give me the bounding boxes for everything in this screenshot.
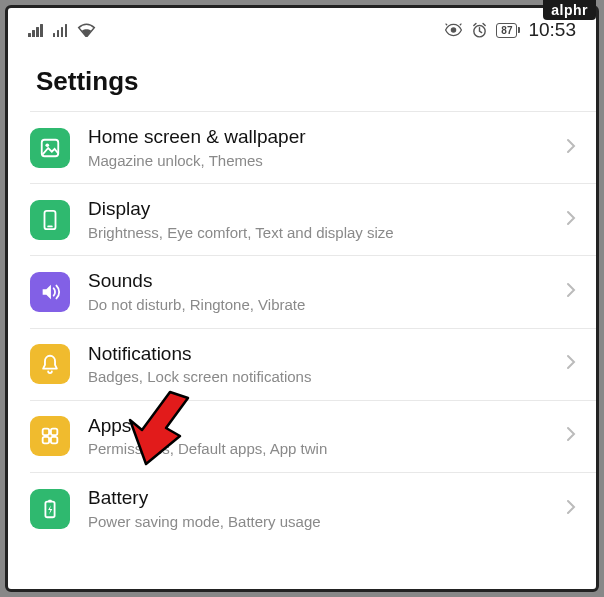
item-body: Apps Permissions, Default apps, App twin	[88, 414, 566, 459]
svg-rect-15	[48, 499, 52, 501]
item-subtitle: Badges, Lock screen notifications	[88, 367, 566, 387]
settings-item-display[interactable]: Display Brightness, Eye comfort, Text an…	[30, 183, 596, 255]
item-subtitle: Magazine unlock, Themes	[88, 151, 566, 171]
clock: 10:53	[528, 19, 576, 41]
apps-grid-icon	[30, 416, 70, 456]
bell-icon	[30, 344, 70, 384]
home-wallpaper-icon	[30, 128, 70, 168]
item-body: Display Brightness, Eye comfort, Text an…	[88, 197, 566, 242]
item-subtitle: Power saving mode, Battery usage	[88, 512, 566, 532]
item-subtitle: Brightness, Eye comfort, Text and displa…	[88, 223, 566, 243]
page-title: Settings	[8, 48, 596, 111]
svg-line-2	[460, 24, 462, 26]
chevron-right-icon	[566, 282, 576, 302]
alarm-icon	[471, 22, 488, 39]
chevron-right-icon	[566, 426, 576, 446]
settings-item-apps[interactable]: Apps Permissions, Default apps, App twin	[30, 400, 596, 472]
item-body: Home screen & wallpaper Magazine unlock,…	[88, 125, 566, 170]
svg-point-7	[45, 143, 49, 147]
display-icon	[30, 200, 70, 240]
svg-rect-10	[43, 429, 49, 435]
eye-comfort-icon	[444, 23, 463, 37]
item-body: Battery Power saving mode, Battery usage	[88, 486, 566, 531]
svg-line-5	[483, 23, 485, 25]
chevron-right-icon	[566, 499, 576, 519]
sound-icon	[30, 272, 70, 312]
item-body: Sounds Do not disturb, Ringtone, Vibrate	[88, 269, 566, 314]
svg-line-4	[474, 23, 476, 25]
signal-sim1-icon	[28, 23, 43, 37]
settings-item-notifications[interactable]: Notifications Badges, Lock screen notifi…	[30, 328, 596, 400]
battery-icon	[30, 489, 70, 529]
svg-line-1	[446, 24, 448, 26]
status-left	[28, 23, 96, 37]
status-bar: 87 10:53	[8, 8, 596, 48]
wifi-icon	[77, 23, 96, 37]
signal-sim2-icon	[53, 23, 68, 37]
settings-item-battery[interactable]: Battery Power saving mode, Battery usage	[30, 472, 596, 544]
item-title: Sounds	[88, 269, 566, 294]
settings-item-sounds[interactable]: Sounds Do not disturb, Ringtone, Vibrate	[30, 255, 596, 327]
chevron-right-icon	[566, 354, 576, 374]
svg-rect-12	[43, 437, 49, 443]
item-title: Apps	[88, 414, 566, 439]
device-frame: 87 10:53 Settings Home screen & wallpape…	[5, 5, 599, 592]
settings-item-home-screen[interactable]: Home screen & wallpaper Magazine unlock,…	[30, 111, 596, 183]
battery-nub	[518, 27, 520, 33]
chevron-right-icon	[566, 210, 576, 230]
item-title: Battery	[88, 486, 566, 511]
item-subtitle: Do not disturb, Ringtone, Vibrate	[88, 295, 566, 315]
status-right: 87 10:53	[444, 19, 576, 41]
item-subtitle: Permissions, Default apps, App twin	[88, 439, 566, 459]
battery-icon: 87	[496, 23, 517, 38]
item-title: Display	[88, 197, 566, 222]
item-title: Home screen & wallpaper	[88, 125, 566, 150]
svg-rect-11	[51, 429, 57, 435]
svg-rect-13	[51, 437, 57, 443]
settings-list: Home screen & wallpaper Magazine unlock,…	[8, 111, 596, 544]
item-title: Notifications	[88, 342, 566, 367]
battery-percentage: 87	[501, 25, 512, 36]
item-body: Notifications Badges, Lock screen notifi…	[88, 342, 566, 387]
svg-point-0	[451, 27, 457, 33]
chevron-right-icon	[566, 138, 576, 158]
watermark-badge: alphr	[543, 0, 596, 20]
